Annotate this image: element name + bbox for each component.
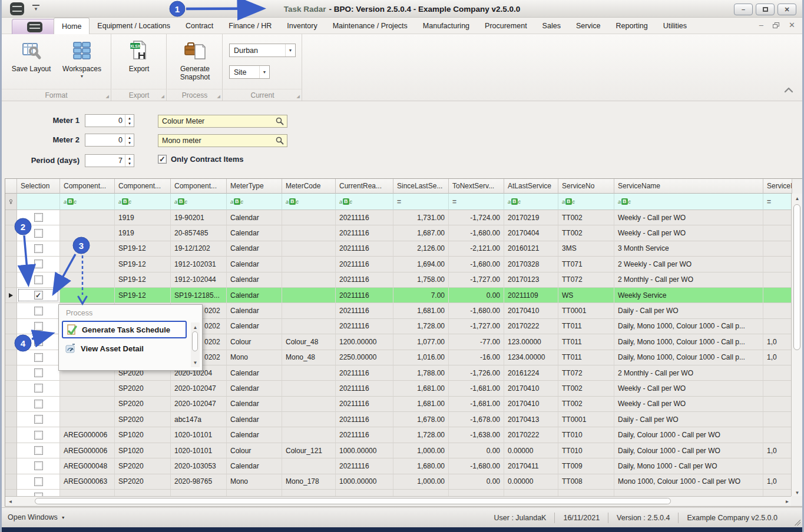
filter-cell-component[interactable]: aBc (171, 194, 227, 210)
grid-cell[interactable] (282, 272, 336, 288)
grid-cell[interactable] (763, 257, 792, 272)
column-header-tonextserv[interactable]: ToNextServ... (449, 179, 504, 194)
tab-home[interactable]: Home (54, 18, 90, 34)
selection-cell[interactable] (17, 210, 60, 225)
filter-cell-atlastservice[interactable]: aBc (504, 194, 558, 210)
grid-cell[interactable]: 1,758.00 (393, 272, 449, 288)
meter1-search-field[interactable]: Colour Meter (158, 115, 287, 128)
menu-scroll-up-icon[interactable]: ▲ (191, 322, 200, 332)
column-header-component[interactable]: Component... (115, 179, 171, 194)
filter-cell-currentrea[interactable]: aBc (336, 194, 393, 210)
grid-cell[interactable]: 20211109 (504, 288, 558, 303)
row-checkbox[interactable] (34, 353, 43, 362)
grid-cell[interactable] (282, 303, 336, 318)
selection-cell[interactable] (17, 319, 60, 334)
generate-snapshot-button[interactable]: Generate Snapshot (171, 36, 219, 87)
selection-cell[interactable] (17, 443, 60, 458)
workspaces-button[interactable]: Workspaces ▼ (58, 36, 105, 87)
row-checkbox[interactable] (34, 415, 43, 424)
tab-inventory[interactable]: Inventory (279, 18, 325, 34)
row-checkbox[interactable] (34, 461, 43, 470)
grid-cell[interactable]: Calendar (227, 210, 282, 225)
grid-cell[interactable] (60, 412, 115, 427)
vertical-scrollbar-thumb[interactable] (793, 204, 800, 350)
tab-reporting[interactable]: Reporting (608, 18, 656, 34)
row-checkbox[interactable] (34, 368, 43, 377)
filter-cell-metercode[interactable]: aBc (282, 194, 336, 210)
row-checkbox[interactable] (34, 446, 43, 455)
row-checkbox[interactable] (34, 260, 43, 268)
grid-cell[interactable] (282, 458, 336, 474)
selection-cell[interactable] (17, 490, 60, 496)
grid-cell[interactable]: Daily, Mono 1000, Colour 1000 - Call p..… (614, 319, 763, 334)
table-row[interactable]: SP2020abc147aCalendar202111161,678.00-1,… (5, 412, 792, 427)
grid-cell[interactable] (60, 288, 115, 303)
filter-pin-icon[interactable] (5, 194, 17, 210)
grid-cell[interactable]: 20170411 (504, 458, 558, 474)
filter-cell-component[interactable]: aBc (115, 194, 171, 210)
export-button[interactable]: XLSX Export (115, 36, 163, 87)
maximize-button[interactable] (756, 4, 775, 15)
grid-cell[interactable]: TT002 (558, 397, 614, 412)
grid-cell[interactable] (763, 427, 792, 443)
grid-cell[interactable] (558, 490, 614, 496)
generate-task-schedule-menu-item[interactable]: Generate Task Schedule (62, 321, 187, 338)
grid-cell[interactable] (60, 241, 115, 257)
grid-cell[interactable]: 20161224 (504, 365, 558, 381)
grid-cell[interactable]: -1,638.00 (449, 427, 504, 443)
grid-cell[interactable]: TT071 (558, 257, 614, 272)
grid-cell[interactable]: Daily, Mono 1000, Colour 1000 - Call p..… (614, 334, 763, 350)
grid-cell[interactable]: 20170413 (504, 412, 558, 427)
grid-cell[interactable]: Calendar (227, 427, 282, 443)
grid-cell[interactable]: 20211116 (336, 303, 393, 318)
grid-cell[interactable]: -1,681.00 (449, 381, 504, 396)
grid-cell[interactable]: 1,000.00 (393, 474, 449, 490)
only-contract-items-checkbox[interactable]: ✓ Only Contract Items (158, 155, 244, 164)
grid-cell[interactable]: SP19-12 (115, 257, 171, 272)
grid-cell[interactable] (763, 490, 792, 496)
selection-cell[interactable] (17, 334, 60, 350)
grid-cell[interactable]: 20211116 (336, 272, 393, 288)
selection-cell[interactable]: ✓ (17, 288, 60, 303)
grid-cell[interactable] (763, 272, 792, 288)
grid-cell[interactable]: TT011 (558, 350, 614, 365)
tab-equipment-locations[interactable]: Equipment / Locations (90, 18, 178, 34)
grid-cell[interactable]: Weekly Service (614, 288, 763, 303)
grid-cell[interactable]: TT008 (558, 474, 614, 490)
table-row[interactable]: AREG000048SP20202020-103053Calendar20211… (5, 458, 792, 474)
grid-cell[interactable] (763, 225, 792, 241)
grid-cell[interactable]: 1000.00000 (336, 443, 393, 458)
selection-cell[interactable] (17, 474, 60, 490)
grid-cell[interactable]: TT010 (558, 443, 614, 458)
grid-cell[interactable]: Colour (227, 443, 282, 458)
grid-cell[interactable] (171, 490, 227, 496)
grid-cell[interactable]: -1,724.00 (449, 210, 504, 225)
context-menu-scrollbar[interactable]: ▲ ▼ (191, 322, 200, 367)
minimize-button[interactable]: – (734, 4, 753, 15)
grid-cell[interactable]: Mono (227, 474, 282, 490)
tab-service[interactable]: Service (568, 18, 608, 34)
grid-cell[interactable] (614, 490, 763, 496)
grid-cell[interactable] (282, 319, 336, 334)
grid-cell[interactable]: Daily, Colour 1000 - Call per WO (614, 427, 763, 443)
table-row[interactable]: SP19-121912-102031Calendar202111161,694.… (5, 257, 792, 272)
grid-cell[interactable] (763, 319, 792, 334)
grid-cell[interactable]: -1,727.00 (449, 272, 504, 288)
grid-cell[interactable] (393, 490, 449, 496)
scroll-left-icon[interactable]: ◄ (5, 497, 15, 506)
row-checkbox[interactable] (34, 384, 43, 393)
selection-cell[interactable] (17, 241, 60, 257)
grid-cell[interactable]: Daily - Call per WO (614, 412, 763, 427)
grid-cell[interactable] (282, 257, 336, 272)
grid-cell[interactable]: 19-12/1202 (171, 241, 227, 257)
meter1-up-icon[interactable]: ▲ (128, 117, 131, 120)
table-row[interactable]: ✓SP19-12SP19-12185...Calendar202111167.0… (5, 288, 792, 303)
grid-cell[interactable]: Colour_121 (282, 443, 336, 458)
grid-cell[interactable]: 1,0 (763, 443, 792, 458)
grid-cell[interactable]: 2,126.00 (393, 241, 449, 257)
search-icon[interactable] (276, 117, 284, 125)
grid-cell[interactable] (504, 490, 558, 496)
grid-cell[interactable]: TT072 (558, 365, 614, 381)
grid-cell[interactable]: 1200.00000 (336, 334, 393, 350)
grid-cell[interactable]: 2020-98765 (171, 474, 227, 490)
